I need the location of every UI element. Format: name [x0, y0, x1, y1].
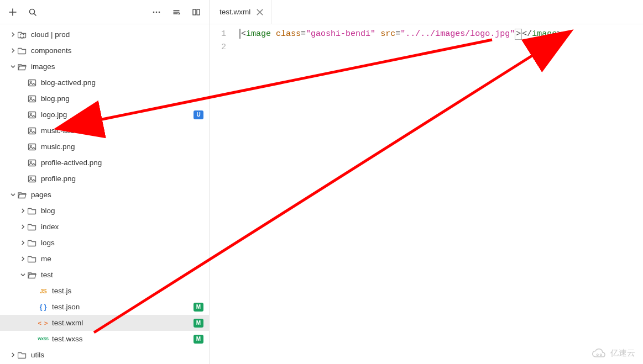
tab-test-wxml[interactable]: test.wxml	[210, 0, 272, 24]
file-blog-actived-png[interactable]: blog-actived.png	[0, 75, 209, 91]
folder-me[interactable]: me	[0, 251, 209, 267]
code-content[interactable]: <image class="gaoshi-bendi" src="../../i…	[236, 24, 643, 364]
file-test-js[interactable]: JStest.js	[0, 283, 209, 299]
tree-item-label: images	[31, 62, 203, 71]
svg-rect-10	[29, 112, 36, 118]
status-badge: M	[194, 303, 203, 312]
file-music-png[interactable]: music.png	[0, 139, 209, 155]
file-music-actived-png[interactable]: music-actived.png	[0, 123, 209, 139]
folder-open-icon	[28, 271, 36, 279]
tree-caret-icon	[31, 304, 36, 310]
tree-caret-icon[interactable]	[10, 352, 15, 358]
tree-caret-icon	[20, 112, 25, 118]
tree-item-label: utils	[31, 351, 203, 359]
folder-sync-icon	[18, 30, 27, 39]
code-line-2[interactable]	[236, 41, 643, 54]
tree-item-label: logo.jpg	[41, 110, 194, 119]
caret-box: >	[515, 29, 522, 40]
image-icon	[28, 175, 36, 183]
svg-point-1	[153, 11, 155, 13]
file-profile-png[interactable]: profile.png	[0, 171, 209, 187]
folder-icon	[28, 207, 36, 215]
line-number: 2	[210, 41, 236, 54]
split-editor-button[interactable]	[187, 3, 206, 22]
folder-logs[interactable]: logs	[0, 235, 209, 251]
file-logo-jpg[interactable]: logo.jpgU	[0, 107, 209, 123]
token-punct: </	[522, 29, 532, 39]
folder-components[interactable]: components	[0, 43, 209, 59]
tree-caret-icon[interactable]	[10, 192, 15, 198]
status-badge: M	[194, 319, 203, 328]
image-icon	[28, 126, 36, 135]
tree-caret-icon[interactable]	[20, 256, 25, 262]
tree-item-label: test.wxml	[52, 319, 194, 327]
file-test-json[interactable]: { }test.jsonM	[0, 299, 209, 315]
svg-point-3	[159, 11, 160, 13]
tree-caret-icon[interactable]	[20, 272, 25, 278]
folder-icon	[28, 239, 36, 247]
svg-rect-5	[197, 9, 200, 15]
tree-caret-icon[interactable]	[10, 64, 15, 70]
token-punct: =	[301, 29, 306, 39]
tree-item-label: test	[41, 271, 203, 279]
tree-item-label: blog.png	[41, 94, 203, 103]
tab-close-button[interactable]	[256, 8, 264, 16]
token-punct: =	[395, 29, 400, 39]
svg-rect-6	[29, 80, 36, 86]
file-explorer-sidebar: cloud | prodcomponentsimagesblog-actived…	[0, 0, 210, 364]
file-tree[interactable]: cloud | prodcomponentsimagesblog-actived…	[0, 24, 209, 364]
tree-caret-icon[interactable]	[20, 240, 25, 246]
folder-pages[interactable]: pages	[0, 187, 209, 203]
tree-caret-icon[interactable]	[20, 208, 25, 214]
collapse-button[interactable]	[167, 3, 186, 22]
tree-item-label: index	[41, 223, 203, 231]
code-area[interactable]: 12 <image class="gaoshi-bendi" src="../.…	[210, 24, 643, 364]
tree-item-label: blog-actived.png	[41, 78, 203, 87]
token-str: "../../images/logo.jpg"	[400, 29, 515, 39]
new-file-button[interactable]	[3, 3, 22, 22]
token-attr: src	[380, 29, 395, 39]
editor-tabs: test.wxml	[210, 0, 643, 24]
status-badge: U	[194, 110, 203, 119]
tree-caret-icon[interactable]	[20, 224, 25, 230]
code-line-1[interactable]: <image class="gaoshi-bendi" src="../../i…	[236, 28, 643, 41]
svg-rect-4	[193, 9, 196, 15]
image-icon	[28, 159, 36, 167]
token-plain	[375, 29, 380, 39]
token-tag: image	[246, 29, 271, 39]
js-icon: JS	[39, 287, 48, 296]
file-blog-png[interactable]: blog.png	[0, 91, 209, 107]
folder-blog[interactable]: blog	[0, 203, 209, 219]
status-badge: M	[194, 335, 203, 344]
file-test-wxml[interactable]: < >test.wxmlM	[0, 315, 209, 331]
folder-icon	[18, 351, 27, 360]
folder-images[interactable]: images	[0, 59, 209, 75]
file-test-wxss[interactable]: WXSStest.wxssM	[0, 331, 209, 347]
svg-point-17	[30, 161, 32, 162]
more-actions-button[interactable]	[147, 3, 166, 22]
tree-caret-icon[interactable]	[10, 32, 15, 38]
tree-caret-icon[interactable]	[10, 48, 15, 54]
wxss-icon: WXSS	[39, 335, 48, 344]
tree-item-label: pages	[31, 191, 203, 199]
folder-test[interactable]: test	[0, 267, 209, 283]
tree-caret-icon	[20, 144, 25, 150]
tree-caret-icon	[20, 176, 25, 182]
folder-cloud-prod[interactable]: cloud | prod	[0, 27, 209, 43]
json-icon: { }	[39, 303, 48, 312]
line-number: 1	[210, 28, 236, 41]
folder-index[interactable]: index	[0, 219, 209, 235]
svg-rect-12	[29, 128, 36, 134]
collapse-icon	[172, 8, 181, 17]
svg-point-19	[30, 177, 32, 178]
tree-item-label: test.js	[52, 287, 203, 295]
search-button[interactable]	[23, 3, 42, 22]
tree-caret-icon	[20, 96, 25, 102]
token-tag: image	[532, 29, 557, 39]
file-profile-actived-png[interactable]: profile-actived.png	[0, 155, 209, 171]
line-gutter: 12	[210, 24, 236, 364]
tree-item-label: blog	[41, 207, 203, 215]
tab-label: test.wxml	[219, 8, 250, 16]
plus-icon	[8, 8, 17, 17]
folder-utils[interactable]: utils	[0, 347, 209, 363]
